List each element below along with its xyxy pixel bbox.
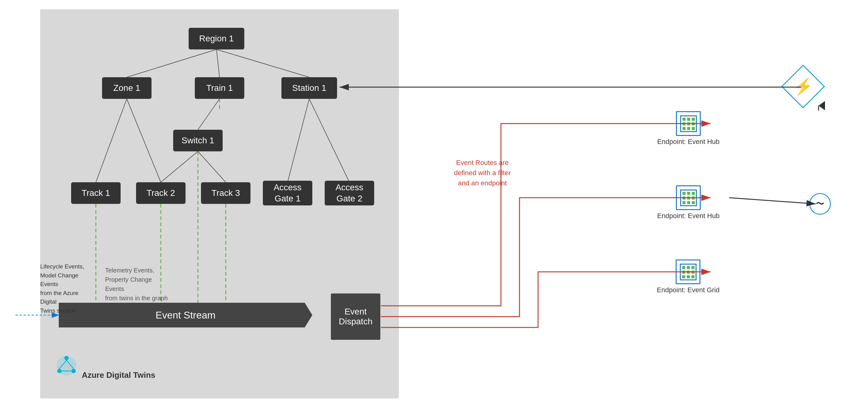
svg-rect-29	[692, 118, 695, 121]
svg-rect-51	[687, 271, 690, 274]
endpoint-grid-label: Endpoint: Event Grid	[657, 286, 720, 294]
accessgate2-node: AccessGate 2	[325, 181, 374, 205]
endpoint-hub2-label: Endpoint: Event Hub	[657, 212, 720, 220]
svg-rect-54	[687, 275, 690, 278]
svg-rect-40	[682, 197, 686, 200]
endpoint-grid-icon	[676, 260, 701, 284]
svg-rect-48	[687, 266, 690, 269]
svg-rect-27	[682, 118, 686, 121]
train1-node: Train 1	[195, 77, 244, 99]
track1-node: Track 1	[71, 182, 121, 204]
svg-rect-43	[682, 201, 686, 204]
event-dispatch-box: EventDispatch	[331, 294, 380, 340]
svg-rect-34	[687, 127, 690, 130]
adt-area: Azure Digital Twins	[56, 355, 155, 380]
svg-rect-52	[691, 271, 694, 274]
svg-rect-30	[682, 122, 686, 126]
svg-rect-55	[691, 275, 694, 278]
svg-rect-49	[691, 266, 694, 269]
adt-label: Azure Digital Twins	[82, 370, 155, 380]
station1-node: Station 1	[281, 77, 337, 99]
svg-rect-47	[682, 266, 685, 269]
svg-rect-28	[687, 118, 690, 121]
svg-line-9	[309, 99, 349, 182]
svg-rect-33	[682, 127, 686, 130]
endpoint-hub1: Endpoint: Event Hub	[657, 111, 720, 146]
svg-rect-42	[692, 197, 695, 200]
endpoint-hub1-icon	[676, 111, 701, 136]
svg-line-6	[161, 151, 198, 182]
endpoint-hub2: Endpoint: Event Hub	[657, 185, 720, 220]
svg-rect-31	[687, 122, 690, 126]
region1-node: Region 1	[189, 28, 244, 49]
lifecycle-text: Lifecycle Events,Model Change Eventsfrom…	[40, 262, 90, 315]
svg-rect-39	[692, 192, 695, 195]
svg-line-8	[287, 99, 309, 182]
track3-node: Track 3	[201, 182, 250, 204]
svg-line-2	[216, 49, 309, 77]
endpoint-grid: Endpoint: Event Grid	[657, 260, 720, 294]
svg-line-3	[96, 99, 127, 182]
zone1-node: Zone 1	[102, 77, 152, 99]
svg-point-20	[64, 356, 69, 360]
svg-rect-45	[692, 201, 695, 204]
svg-line-1	[216, 49, 220, 77]
svg-point-21	[57, 369, 62, 373]
svg-rect-32	[692, 122, 695, 126]
event-routes-text: Event Routes aredefined with a filterand…	[448, 158, 517, 188]
svg-line-4	[127, 99, 161, 182]
event-grid-diamond: ⚡	[787, 71, 818, 102]
svg-rect-50	[682, 271, 685, 274]
track2-node: Track 2	[136, 182, 186, 204]
svg-rect-38	[687, 192, 690, 195]
svg-line-5	[198, 99, 220, 130]
svg-point-22	[71, 369, 76, 373]
endpoint-hub1-label: Endpoint: Event Hub	[657, 138, 720, 146]
event-stream-bar: Event Stream	[59, 303, 312, 328]
servicebus-icon: 〜	[809, 193, 831, 215]
svg-rect-44	[687, 201, 690, 204]
switch1-node: Switch 1	[173, 130, 223, 151]
adt-icon	[56, 355, 77, 377]
svg-rect-35	[692, 127, 695, 130]
accessgate1-node: AccessGate 1	[263, 181, 312, 205]
svg-rect-41	[687, 197, 690, 200]
svg-rect-53	[682, 275, 685, 278]
svg-rect-37	[682, 192, 686, 195]
diagram-container: Region 1 Zone 1 Train 1 Station 1 Switch…	[40, 9, 399, 399]
svg-line-0	[127, 49, 216, 77]
svg-line-61	[729, 198, 816, 204]
endpoint-hub2-icon	[676, 185, 701, 210]
telemetry-text: Telemetry Events,Property Change Eventsf…	[105, 266, 170, 303]
svg-line-7	[198, 151, 226, 182]
